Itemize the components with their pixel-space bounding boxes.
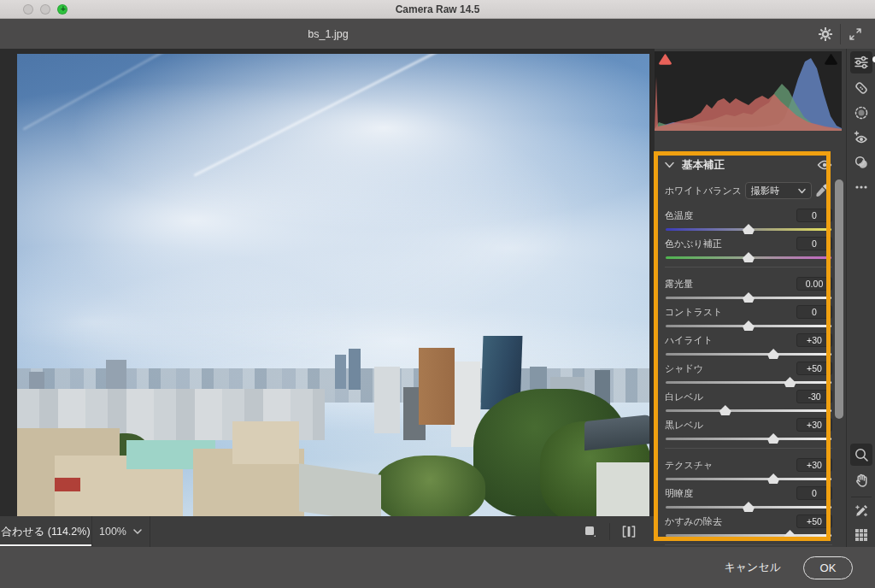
zoom-bar-icon-divider [609,523,610,540]
slider-thumb[interactable] [743,292,755,303]
slider-value-box[interactable]: +30 [796,458,832,472]
panel-scrollbar[interactable] [835,179,843,419]
slider-value-box[interactable]: +30 [796,333,832,347]
shadow-clipping-indicator[interactable] [658,54,672,65]
slider-label: シャドウ [665,362,703,375]
chevron-down-icon [133,528,142,535]
slider-label: 明瞭度 [665,487,693,500]
more-icon[interactable] [850,176,872,198]
basic-panel-header[interactable]: 基本補正 [665,156,832,174]
slider-thumb[interactable] [743,320,755,331]
zoom-bar-divider [150,516,150,547]
slider-track[interactable] [666,409,831,412]
hand-tool-icon[interactable] [850,469,872,491]
photo-foreground-building [232,421,299,464]
slider-track[interactable] [666,256,831,259]
photo-building [335,355,346,389]
slider-value-box[interactable]: -30 [796,390,832,403]
white-balance-eyedropper-icon[interactable] [812,182,832,199]
slider-thumb[interactable] [743,252,755,262]
slider-row: 明瞭度 0 [665,485,832,509]
slider-row: 色温度 0 [665,208,832,231]
slider-value-box[interactable]: +30 [796,418,832,432]
slider-track[interactable] [666,534,831,537]
slider-row: シャドウ +50 [665,361,832,384]
slider-value-box[interactable]: 0 [796,305,832,319]
cancel-button[interactable]: キャンセル [724,560,781,575]
slider-group-divider [665,267,832,268]
slider-value-box[interactable]: +50 [796,514,832,528]
slider-row: テクスチャ +30 [665,457,832,480]
slider-thumb[interactable] [784,530,796,540]
slider-label: 色かぶり補正 [665,238,722,250]
highlight-clipping-indicator[interactable] [824,54,838,65]
slider-value-box[interactable]: +50 [796,362,832,375]
collapse-chevron-icon [665,162,674,168]
slider-track[interactable] [666,438,831,440]
tool-strip-divider [851,497,872,497]
slider-track[interactable] [666,353,831,356]
photo-building [596,462,649,516]
presets-icon[interactable] [850,151,872,173]
slider-group-divider [665,448,832,449]
slider-track[interactable] [666,325,831,327]
before-after-view-icon[interactable] [619,521,639,542]
slider-row: ハイライト +30 [665,332,832,356]
image-preview-region [0,49,656,516]
slider-value-box[interactable]: 0.00 [796,277,832,291]
slider-group-divider [665,544,832,545]
slider-value-box[interactable]: 0 [796,209,832,222]
edit-icon[interactable] [850,51,872,74]
slider-value-box[interactable]: 0 [796,486,832,500]
slider-track[interactable] [666,478,831,480]
slider-thumb[interactable] [767,349,779,359]
slider-thumb[interactable] [719,405,731,415]
histogram[interactable] [655,51,842,131]
slider-row: かすみの除去 +50 [665,514,832,537]
ok-button[interactable]: OK [803,556,853,579]
photo-trees [374,456,485,516]
slider-track[interactable] [666,506,831,509]
image-preview[interactable] [17,54,649,516]
slider-thumb[interactable] [784,377,796,387]
grid-icon[interactable] [850,524,872,546]
chevron-down-icon [798,188,806,194]
filename-label: bs_1.jpg [0,19,656,49]
slider-row: コントラスト 0 [665,304,832,327]
slider-label: 色温度 [665,209,693,222]
gear-icon[interactable] [811,19,840,49]
masking-icon[interactable] [850,102,872,124]
photo-brown-tower [419,348,455,425]
slider-track[interactable] [666,381,831,384]
slider-track[interactable] [666,228,831,231]
fit-zoom-label: 合わせる (114.2%) [1,525,90,539]
red-eye-icon[interactable] [850,126,872,149]
slider-track[interactable] [666,297,831,299]
slider-thumb[interactable] [767,433,779,444]
photo-red-roof [55,478,80,491]
white-balance-value: 撮影時 [751,185,795,197]
panel-eye-icon[interactable] [817,160,832,170]
adjustments-panel: 基本補正 ホワイトバランス 撮影時 [655,49,846,547]
slider-row: 黒レベル +30 [665,417,832,440]
slider-label: 露光量 [665,278,693,291]
slider-thumb[interactable] [743,502,755,512]
slider-row: 色かぶり補正 0 [665,236,832,259]
zoom-tool-icon[interactable] [850,444,872,466]
slider-value-box[interactable]: 0 [796,237,832,250]
sampler-pen-icon[interactable] [850,500,872,522]
slider-thumb[interactable] [743,224,755,234]
titlebar: Camera Raw 14.5 [0,0,875,19]
zoom-bar: 合わせる (114.2%) 100% [0,516,656,547]
white-balance-dropdown[interactable]: 撮影時 [745,182,812,199]
expand-icon[interactable] [841,19,870,49]
basic-correction-panel: 基本補正 ホワイトバランス 撮影時 [665,156,832,588]
preview-toggle-icon[interactable] [580,521,601,542]
slider-label: テクスチャ [665,459,713,472]
slider-thumb[interactable] [767,473,779,484]
zoom-level-dropdown[interactable]: 100% [91,516,150,547]
slider-row: 白レベル -30 [665,389,832,412]
action-bar: キャンセル OK [0,547,875,588]
fit-zoom-tab[interactable]: 合わせる (114.2%) [0,516,91,547]
healing-icon[interactable] [850,77,872,99]
